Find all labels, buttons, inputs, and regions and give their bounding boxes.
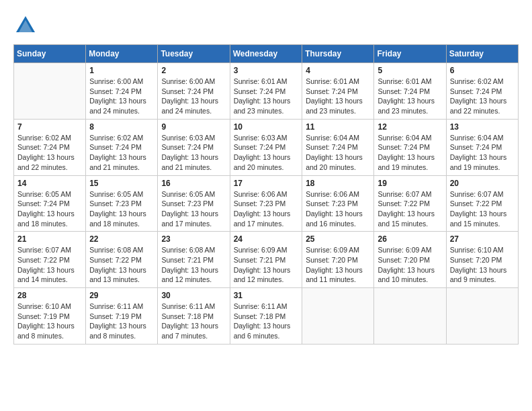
calendar-cell: 19Sunrise: 6:07 AM Sunset: 7:22 PM Dayli…: [374, 175, 446, 232]
day-number: 18: [306, 179, 370, 188]
day-info: Sunrise: 6:01 AM Sunset: 7:24 PM Dayligh…: [378, 77, 442, 116]
week-row-3: 14Sunrise: 6:05 AM Sunset: 7:24 PM Dayli…: [14, 175, 519, 232]
day-info: Sunrise: 6:11 AM Sunset: 7:19 PM Dayligh…: [89, 302, 154, 341]
day-info: Sunrise: 6:07 AM Sunset: 7:22 PM Dayligh…: [378, 189, 442, 229]
day-info: Sunrise: 6:07 AM Sunset: 7:22 PM Dayligh…: [17, 245, 82, 285]
day-info: Sunrise: 6:09 AM Sunset: 7:21 PM Dayligh…: [234, 245, 299, 285]
calendar-cell: 26Sunrise: 6:09 AM Sunset: 7:20 PM Dayli…: [374, 232, 446, 288]
header: [13, 13, 519, 38]
day-info: Sunrise: 6:04 AM Sunset: 7:24 PM Dayligh…: [378, 133, 442, 173]
calendar-cell: 23Sunrise: 6:08 AM Sunset: 7:21 PM Dayli…: [158, 232, 230, 288]
day-number: 22: [89, 234, 154, 244]
calendar-cell: 15Sunrise: 6:05 AM Sunset: 7:23 PM Dayli…: [86, 175, 158, 232]
day-info: Sunrise: 6:01 AM Sunset: 7:24 PM Dayligh…: [234, 77, 299, 116]
calendar-cell: 17Sunrise: 6:06 AM Sunset: 7:23 PM Dayli…: [230, 175, 302, 232]
day-number: 9: [161, 122, 226, 132]
day-info: Sunrise: 6:11 AM Sunset: 7:18 PM Dayligh…: [161, 302, 226, 341]
calendar-cell: 6Sunrise: 6:02 AM Sunset: 7:24 PM Daylig…: [446, 63, 518, 120]
day-number: 8: [89, 122, 154, 132]
day-info: Sunrise: 6:02 AM Sunset: 7:24 PM Dayligh…: [17, 133, 82, 173]
calendar-cell: 10Sunrise: 6:03 AM Sunset: 7:24 PM Dayli…: [230, 119, 302, 175]
calendar-header-saturday: Saturday: [446, 45, 518, 63]
day-number: 13: [450, 122, 515, 132]
calendar-cell: 12Sunrise: 6:04 AM Sunset: 7:24 PM Dayli…: [374, 119, 446, 175]
calendar-cell: [302, 288, 374, 345]
week-row-1: 1Sunrise: 6:00 AM Sunset: 7:24 PM Daylig…: [14, 63, 519, 120]
week-row-4: 21Sunrise: 6:07 AM Sunset: 7:22 PM Dayli…: [14, 232, 519, 288]
calendar-cell: 7Sunrise: 6:02 AM Sunset: 7:24 PM Daylig…: [14, 119, 86, 175]
calendar-cell: 18Sunrise: 6:06 AM Sunset: 7:23 PM Dayli…: [302, 175, 374, 232]
day-info: Sunrise: 6:04 AM Sunset: 7:24 PM Dayligh…: [306, 133, 370, 173]
day-number: 15: [89, 179, 154, 188]
day-info: Sunrise: 6:05 AM Sunset: 7:23 PM Dayligh…: [89, 189, 154, 229]
calendar-header-wednesday: Wednesday: [230, 45, 302, 63]
day-number: 23: [161, 234, 226, 244]
calendar-cell: 22Sunrise: 6:08 AM Sunset: 7:22 PM Dayli…: [86, 232, 158, 288]
calendar-cell: 2Sunrise: 6:00 AM Sunset: 7:24 PM Daylig…: [158, 63, 230, 120]
calendar-cell: 30Sunrise: 6:11 AM Sunset: 7:18 PM Dayli…: [158, 288, 230, 345]
day-number: 7: [17, 122, 82, 132]
calendar-cell: 29Sunrise: 6:11 AM Sunset: 7:19 PM Dayli…: [86, 288, 158, 345]
week-row-2: 7Sunrise: 6:02 AM Sunset: 7:24 PM Daylig…: [14, 119, 519, 175]
day-number: 19: [378, 179, 442, 188]
day-info: Sunrise: 6:06 AM Sunset: 7:23 PM Dayligh…: [306, 189, 370, 229]
day-info: Sunrise: 6:10 AM Sunset: 7:20 PM Dayligh…: [450, 245, 515, 285]
calendar-cell: 25Sunrise: 6:09 AM Sunset: 7:20 PM Dayli…: [302, 232, 374, 288]
day-number: 26: [378, 234, 442, 244]
logo: [13, 13, 40, 38]
calendar-cell: 1Sunrise: 6:00 AM Sunset: 7:24 PM Daylig…: [86, 63, 158, 120]
day-info: Sunrise: 6:03 AM Sunset: 7:24 PM Dayligh…: [161, 133, 226, 173]
day-info: Sunrise: 6:06 AM Sunset: 7:23 PM Dayligh…: [234, 189, 299, 229]
day-number: 24: [234, 234, 299, 244]
calendar-cell: 14Sunrise: 6:05 AM Sunset: 7:24 PM Dayli…: [14, 175, 86, 232]
calendar-cell: 9Sunrise: 6:03 AM Sunset: 7:24 PM Daylig…: [158, 119, 230, 175]
day-info: Sunrise: 6:02 AM Sunset: 7:24 PM Dayligh…: [89, 133, 154, 173]
day-info: Sunrise: 6:08 AM Sunset: 7:22 PM Dayligh…: [89, 245, 154, 285]
day-number: 2: [161, 66, 226, 75]
calendar-cell: 11Sunrise: 6:04 AM Sunset: 7:24 PM Dayli…: [302, 119, 374, 175]
calendar-cell: 8Sunrise: 6:02 AM Sunset: 7:24 PM Daylig…: [86, 119, 158, 175]
day-info: Sunrise: 6:04 AM Sunset: 7:24 PM Dayligh…: [450, 133, 515, 173]
day-info: Sunrise: 6:05 AM Sunset: 7:23 PM Dayligh…: [161, 189, 226, 229]
day-info: Sunrise: 6:07 AM Sunset: 7:22 PM Dayligh…: [450, 189, 515, 229]
day-number: 16: [161, 179, 226, 188]
day-info: Sunrise: 6:10 AM Sunset: 7:19 PM Dayligh…: [17, 302, 82, 341]
calendar-body: 1Sunrise: 6:00 AM Sunset: 7:24 PM Daylig…: [14, 63, 519, 345]
calendar-cell: [374, 288, 446, 345]
calendar-cell: 21Sunrise: 6:07 AM Sunset: 7:22 PM Dayli…: [14, 232, 86, 288]
day-info: Sunrise: 6:00 AM Sunset: 7:24 PM Dayligh…: [161, 77, 226, 116]
calendar-cell: 27Sunrise: 6:10 AM Sunset: 7:20 PM Dayli…: [446, 232, 518, 288]
calendar-cell: 24Sunrise: 6:09 AM Sunset: 7:21 PM Dayli…: [230, 232, 302, 288]
calendar-cell: [446, 288, 518, 345]
day-info: Sunrise: 6:09 AM Sunset: 7:20 PM Dayligh…: [306, 245, 370, 285]
day-number: 3: [234, 66, 299, 75]
logo-icon: [13, 13, 38, 38]
calendar-header-sunday: Sunday: [14, 45, 86, 63]
day-number: 27: [450, 234, 515, 244]
day-info: Sunrise: 6:03 AM Sunset: 7:24 PM Dayligh…: [234, 133, 299, 173]
day-info: Sunrise: 6:05 AM Sunset: 7:24 PM Dayligh…: [17, 189, 82, 229]
calendar-header-thursday: Thursday: [302, 45, 374, 63]
day-number: 25: [306, 234, 370, 244]
day-number: 30: [161, 291, 226, 300]
day-number: 6: [450, 66, 515, 75]
day-number: 21: [17, 234, 82, 244]
calendar-cell: 13Sunrise: 6:04 AM Sunset: 7:24 PM Dayli…: [446, 119, 518, 175]
calendar-cell: 4Sunrise: 6:01 AM Sunset: 7:24 PM Daylig…: [302, 63, 374, 120]
day-info: Sunrise: 6:01 AM Sunset: 7:24 PM Dayligh…: [306, 77, 370, 116]
calendar-header-row: SundayMondayTuesdayWednesdayThursdayFrid…: [14, 45, 519, 63]
calendar-cell: 20Sunrise: 6:07 AM Sunset: 7:22 PM Dayli…: [446, 175, 518, 232]
day-number: 1: [89, 66, 154, 75]
calendar-cell: 28Sunrise: 6:10 AM Sunset: 7:19 PM Dayli…: [14, 288, 86, 345]
calendar-cell: [14, 63, 86, 120]
day-info: Sunrise: 6:11 AM Sunset: 7:18 PM Dayligh…: [234, 302, 299, 341]
day-number: 4: [306, 66, 370, 75]
calendar-cell: 3Sunrise: 6:01 AM Sunset: 7:24 PM Daylig…: [230, 63, 302, 120]
calendar-header-monday: Monday: [86, 45, 158, 63]
day-number: 31: [234, 291, 299, 300]
day-number: 17: [234, 179, 299, 188]
day-number: 10: [234, 122, 299, 132]
calendar-cell: 16Sunrise: 6:05 AM Sunset: 7:23 PM Dayli…: [158, 175, 230, 232]
day-number: 11: [306, 122, 370, 132]
day-number: 28: [17, 291, 82, 300]
